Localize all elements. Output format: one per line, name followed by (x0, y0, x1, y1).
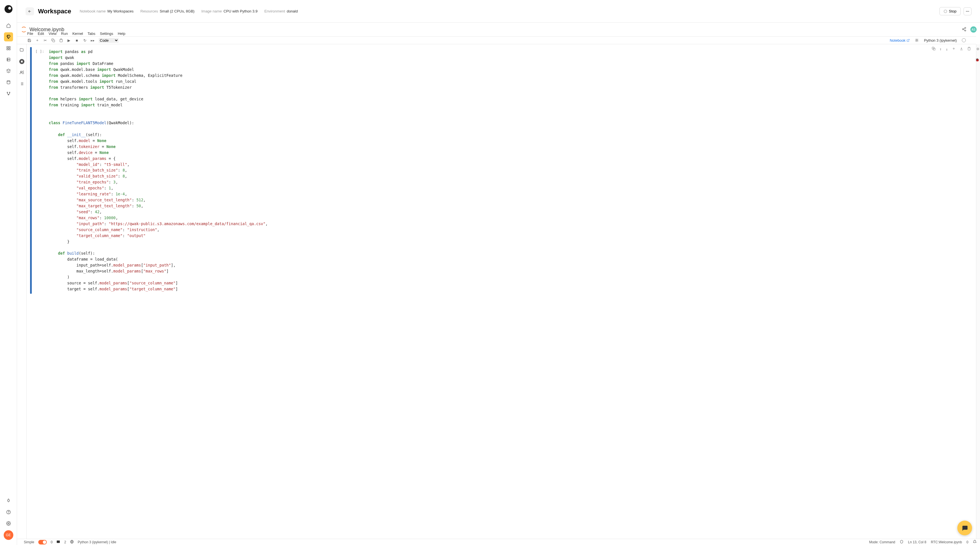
statusbar: Simple 0 2 Python 3 (ipykernel) | Idle M… (17, 539, 980, 545)
stop-circle-icon (19, 59, 24, 64)
run-button[interactable]: ▶ (67, 38, 71, 43)
nav-apps[interactable] (4, 44, 13, 53)
nav-home[interactable] (4, 21, 13, 30)
status-cursor: Ln 13, Col 8 (908, 540, 926, 544)
trusted-icon[interactable] (900, 540, 904, 545)
nav-settings[interactable] (4, 519, 13, 528)
status-rtc: RTC:Welcome.ipynb (931, 540, 962, 544)
insert-above-button[interactable] (952, 46, 956, 52)
svg-rect-18 (52, 40, 54, 42)
meta-label: Image name (201, 9, 222, 13)
toc-tab[interactable] (19, 82, 24, 87)
simple-toggle[interactable] (38, 540, 47, 545)
property-inspector-tab[interactable]: ⚙ (976, 47, 980, 51)
copy-button[interactable] (51, 38, 55, 42)
meta-value: Small (2 CPUs, 8GB) (160, 9, 194, 13)
move-down-button[interactable]: ↓ (946, 46, 948, 52)
nav-workspaces[interactable] (4, 32, 13, 41)
svg-point-6 (7, 92, 8, 93)
nav-help[interactable] (4, 508, 13, 516)
code-editor[interactable]: ↑ ↓ import pandas as pd import qwak from… (46, 47, 973, 294)
cell-toolbar: ↑ ↓ (932, 46, 971, 52)
svg-point-12 (966, 11, 967, 11)
meta-label: Environment (264, 9, 285, 13)
svg-rect-3 (9, 48, 10, 50)
status-count-0: 0 (51, 540, 53, 544)
menu-file[interactable]: File (27, 32, 33, 36)
collaborators-tab[interactable] (19, 70, 24, 75)
nav-layers[interactable] (4, 66, 13, 75)
notebook-area: [ ]: ↑ ↓ import pandas as pd import qwak… (27, 44, 976, 539)
menu-run[interactable]: Run (61, 32, 68, 36)
insert-below-button[interactable] (959, 46, 963, 52)
menubar: File Edit View Run Kernel Tabs Settings … (17, 31, 980, 36)
user-avatar[interactable]: GE (4, 530, 13, 540)
cut-button[interactable]: ✂ (43, 38, 47, 43)
stop-icon (944, 10, 947, 13)
simple-label: Simple (24, 540, 34, 544)
app-logo[interactable] (5, 5, 13, 13)
nav-models[interactable] (4, 89, 13, 98)
cell-type-select[interactable]: Code (99, 38, 119, 43)
stop-label: Stop (949, 9, 956, 13)
status-mode: Mode: Command (869, 540, 895, 544)
svg-rect-24 (57, 540, 60, 543)
cell-prompt: [ ]: (32, 47, 46, 294)
meta-value: CPU with Python 3.9 (223, 9, 258, 13)
run-all-button[interactable]: ▸▸ (91, 38, 95, 43)
kernel-name[interactable]: Python 3 (ipykernel) (924, 38, 957, 43)
meta-label: Notebook name (80, 9, 106, 13)
svg-point-11 (8, 523, 9, 524)
nav-data[interactable] (4, 78, 13, 87)
svg-rect-0 (7, 46, 8, 48)
chat-icon (961, 524, 968, 531)
chat-fab[interactable] (957, 521, 972, 535)
jupyter-side-panel (17, 44, 27, 539)
running-tab[interactable] (19, 59, 24, 64)
duplicate-cell-button[interactable] (932, 46, 935, 52)
menu-kernel[interactable]: Kernel (72, 32, 83, 36)
move-up-button[interactable]: ↑ (939, 46, 942, 52)
delete-cell-button[interactable] (967, 46, 971, 52)
restart-button[interactable]: ↻ (83, 38, 87, 43)
right-panel: ⚙ 🐞 (976, 44, 980, 539)
dots-icon (966, 10, 969, 13)
svg-point-14 (968, 11, 969, 11)
svg-point-7 (9, 92, 10, 93)
files-tab[interactable] (19, 48, 24, 53)
code-cell[interactable]: [ ]: ↑ ↓ import pandas as pd import qwak… (30, 47, 973, 294)
stop-button[interactable]: Stop (939, 7, 961, 15)
nav-reports[interactable] (4, 55, 13, 64)
kernel-status-icon[interactable] (962, 38, 966, 42)
menu-view[interactable]: View (48, 32, 56, 36)
save-button[interactable] (27, 38, 31, 42)
menu-help[interactable]: Help (118, 32, 125, 36)
left-rail: GE (0, 0, 17, 545)
nav-rocket[interactable] (4, 496, 13, 505)
svg-point-20 (916, 40, 918, 41)
interrupt-button[interactable]: ■ (75, 38, 79, 43)
svg-point-15 (965, 27, 966, 29)
bell-icon[interactable] (973, 540, 977, 545)
menu-edit[interactable]: Edit (38, 32, 44, 36)
open-notebook-link[interactable]: Notebook (890, 38, 910, 43)
svg-rect-2 (7, 48, 8, 50)
svg-rect-19 (60, 39, 62, 40)
add-cell-button[interactable]: ＋ (35, 38, 39, 43)
menu-settings[interactable]: Settings (100, 32, 113, 36)
svg-point-21 (21, 71, 22, 73)
terminal-icon[interactable] (56, 540, 60, 545)
status-kernel[interactable]: Python 3 (ipykernel) | Idle (78, 540, 116, 544)
workspace-meta: Notebook nameMy Workspaces ResourcesSmal… (80, 9, 298, 13)
menu-tabs[interactable]: Tabs (88, 32, 95, 36)
svg-rect-1 (9, 46, 10, 48)
arrow-left-icon (28, 10, 32, 13)
page-title: Workspace (38, 8, 71, 15)
status-icon[interactable] (70, 540, 74, 545)
debug-button[interactable] (915, 38, 919, 42)
svg-point-5 (7, 81, 10, 82)
more-button[interactable] (964, 7, 972, 15)
back-button[interactable] (25, 7, 34, 15)
paste-button[interactable] (59, 38, 63, 42)
status-notif-count: 0 (966, 540, 968, 544)
